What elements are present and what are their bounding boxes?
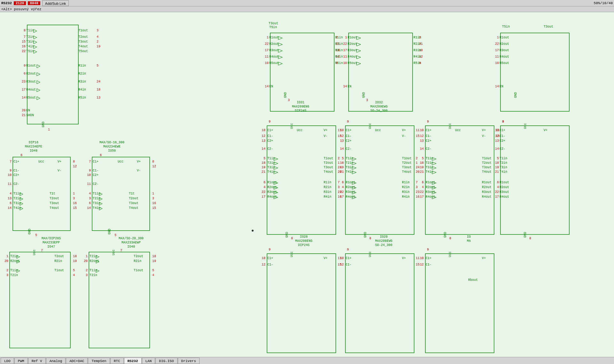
tab-ldo[interactable]: LDO [1, 358, 14, 364]
svg-text:C2+: C2+ [426, 139, 431, 143]
svg-text:C2-: C2- [426, 147, 431, 151]
svg-text:3: 3 [366, 99, 368, 102]
svg-text:6: 6 [20, 154, 22, 157]
svg-text:C1-: C1- [426, 263, 431, 266]
svg-text:C2+: C2+ [93, 173, 98, 177]
tab-digiso[interactable]: DIG.ISO [155, 358, 177, 364]
svg-text:9: 9 [269, 120, 271, 123]
svg-text:SHDN: SHDN [26, 114, 34, 117]
svg-text:V+: V+ [137, 160, 141, 163]
tab-refv[interactable]: Ref V [28, 358, 46, 364]
svg-text:GND: GND [364, 232, 367, 238]
svg-text:1: 1 [6, 255, 8, 258]
svg-text:R1out: R1out [269, 36, 279, 39]
svg-text:C1-: C1- [267, 134, 273, 138]
svg-text:1: 1 [345, 36, 347, 39]
svg-text:T4out: T4out [50, 206, 59, 210]
svg-text:GND: GND [108, 229, 111, 234]
svg-text:R3in: R3in [402, 190, 410, 194]
svg-text:T2out: T2out [78, 35, 88, 39]
svg-text:8: 8 [24, 29, 26, 32]
svg-text:Ucc: Ucc [118, 160, 123, 163]
svg-text:R3out: R3out [482, 190, 492, 194]
tab-rtc[interactable]: RTC [110, 358, 124, 364]
svg-text:GND: GND [362, 92, 366, 98]
tab-rs232[interactable]: RS232 [124, 358, 142, 364]
svg-text:9: 9 [427, 248, 429, 251]
svg-text:17: 17 [22, 88, 26, 91]
svg-text:T4in: T4in [26, 45, 34, 48]
svg-text:6: 6 [89, 202, 91, 205]
svg-text:8: 8 [73, 160, 75, 163]
svg-text:18: 18 [340, 161, 344, 165]
svg-text:R1out: R1out [482, 181, 492, 184]
svg-text:V+: V+ [402, 129, 406, 132]
svg-text:22: 22 [420, 190, 424, 194]
svg-text:19: 19 [420, 166, 424, 169]
svg-text:9: 9 [427, 120, 429, 123]
svg-text:R2out: R2out [500, 186, 509, 189]
svg-text:20: 20 [22, 109, 26, 112]
svg-text:3: 3 [73, 197, 75, 200]
add-sub-link-button[interactable]: Add/Sub Link [42, 0, 69, 6]
svg-text:4: 4 [10, 192, 12, 195]
svg-text:17: 17 [495, 49, 499, 52]
svg-text:21: 21 [340, 170, 344, 174]
svg-text:19: 19 [73, 259, 77, 263]
svg-text:Ucc: Ucc [375, 129, 381, 132]
svg-text:13: 13 [420, 139, 424, 143]
svg-text:3: 3 [97, 29, 98, 32]
tab-drivers[interactable]: Drivers [178, 358, 200, 364]
tab-adcdac[interactable]: ADC+DAC [66, 358, 88, 364]
svg-text:14: 14 [265, 85, 269, 88]
svg-text:V-: V- [402, 134, 406, 138]
svg-text:7: 7 [89, 160, 91, 163]
svg-text:Ucc: Ucc [297, 129, 303, 132]
tab-pwm[interactable]: PWM [14, 358, 28, 364]
svg-text:20: 20 [4, 259, 8, 263]
svg-text:14: 14 [495, 147, 499, 151]
svg-text:5: 5 [152, 269, 154, 272]
svg-text:C1-: C1- [346, 134, 351, 138]
tab-lan[interactable]: LAN [142, 358, 155, 364]
svg-text:18: 18 [262, 161, 265, 165]
svg-text:T3out: T3out [402, 166, 412, 169]
svg-text:10: 10 [262, 129, 265, 132]
svg-text:13: 13 [97, 96, 100, 99]
tab-analog[interactable]: Analog [46, 358, 66, 364]
svg-text:R2out: R2out [500, 42, 509, 46]
svg-text:T5in: T5in [502, 25, 510, 28]
svg-text:8: 8 [529, 237, 531, 240]
svg-text:17: 17 [265, 49, 269, 52]
svg-text:R4out: R4out [482, 195, 492, 199]
svg-text:T1t: T1t [129, 192, 135, 195]
svg-text:SO-24_300: SO-24_300 [375, 243, 392, 247]
svg-text:Ucc: Ucc [368, 123, 372, 129]
svg-text:MAX233EPP: MAX233EPP [43, 241, 60, 244]
svg-text:5: 5 [497, 157, 499, 160]
svg-text:C1+: C1+ [93, 160, 98, 163]
svg-text:C2-: C2- [500, 147, 505, 151]
svg-text:1: 1 [416, 161, 418, 165]
tab-tempsen[interactable]: TempSen [88, 358, 110, 364]
svg-text:T2out: T2out [482, 161, 492, 165]
svg-text:IO47: IO47 [47, 245, 55, 249]
svg-text:V-: V- [58, 169, 61, 172]
svg-text:MAX208ENG: MAX208ENG [295, 239, 312, 243]
main-toolbar: RS232 2120 8040 Add/Sub Link 50%/10/40 [0, 0, 614, 6]
svg-text:17: 17 [340, 195, 344, 199]
svg-text:MAX234EWE: MAX234EWE [103, 145, 121, 148]
schematic-area[interactable]: 8 T1in 7 T2in 15 T3in 16 T4in 22 T5in T1… [0, 12, 614, 358]
svg-text:MAX209EWG: MAX209EWG [370, 105, 388, 108]
svg-text:MAX209ENG: MAX209ENG [292, 105, 309, 108]
svg-text:R2in: R2in [324, 186, 331, 189]
svg-text:9: 9 [502, 120, 504, 123]
svg-text:21: 21 [420, 170, 424, 174]
svg-text:R2in: R2in [402, 186, 410, 189]
svg-text:2: 2 [419, 36, 421, 39]
svg-text:14: 14 [262, 147, 265, 151]
svg-text:6: 6 [10, 202, 12, 205]
svg-text:R3out: R3out [500, 190, 509, 194]
svg-text:18: 18 [152, 255, 156, 258]
svg-text:6: 6 [422, 181, 424, 184]
